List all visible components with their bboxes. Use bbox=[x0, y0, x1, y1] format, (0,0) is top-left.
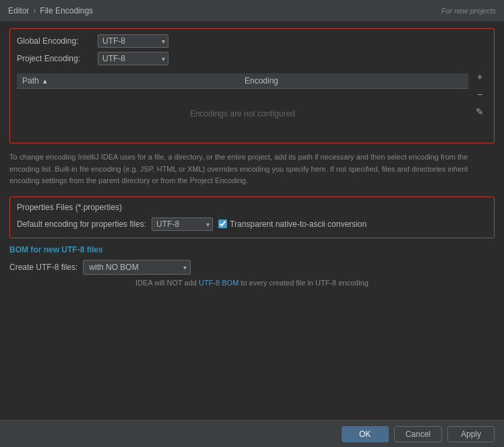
transparent-conversion-label[interactable]: Transparent native-to-ascii conversion bbox=[218, 219, 367, 229]
table-header: Path ▲ Encoding bbox=[17, 73, 468, 89]
bom-info-text: IDEA will NOT add UTF-8 BOM to every cre… bbox=[9, 279, 495, 287]
add-path-button[interactable]: + bbox=[472, 69, 487, 84]
global-encoding-row: Global Encoding: UTF-8 UTF-16 ISO-8859-1… bbox=[17, 34, 487, 48]
page-title: File Encodings bbox=[40, 6, 93, 15]
footer: OK Cancel Apply bbox=[0, 420, 504, 447]
props-encoding-select[interactable]: UTF-8 UTF-16 ISO-8859-1 US-ASCII bbox=[152, 217, 213, 231]
main-content: Global Encoding: UTF-8 UTF-16 ISO-8859-1… bbox=[0, 22, 504, 420]
cancel-button[interactable]: Cancel bbox=[394, 426, 442, 442]
editor-breadcrumb: Editor bbox=[8, 6, 29, 15]
bom-title: BOM for new UTF-8 files bbox=[9, 245, 495, 254]
bom-link[interactable]: UTF-8 BOM bbox=[199, 279, 239, 287]
properties-row: Default encoding for properties files: U… bbox=[17, 217, 487, 231]
transparent-conversion-text: Transparent native-to-ascii conversion bbox=[230, 219, 367, 229]
bom-row: Create UTF-8 files: with NO BOM with BOM bbox=[9, 260, 495, 275]
global-encoding-select-wrapper[interactable]: UTF-8 UTF-16 ISO-8859-1 US-ASCII windows… bbox=[98, 34, 168, 48]
project-encoding-select-wrapper[interactable]: UTF-8 UTF-16 ISO-8859-1 US-ASCII windows… bbox=[98, 52, 168, 65]
create-utf8-select-wrapper[interactable]: with NO BOM with BOM bbox=[83, 260, 191, 275]
create-utf8-select[interactable]: with NO BOM with BOM bbox=[83, 260, 191, 275]
transparent-conversion-checkbox[interactable] bbox=[218, 219, 227, 228]
properties-section-title: Properties Files (*.properties) bbox=[17, 203, 487, 212]
path-encoding-table-area: Path ▲ Encoding Encodings are not config… bbox=[17, 69, 487, 139]
col-encoding-header: Encoding bbox=[239, 76, 468, 85]
project-encoding-row: Project Encoding: UTF-8 UTF-16 ISO-8859-… bbox=[17, 52, 487, 65]
bom-section: BOM for new UTF-8 files Create UTF-8 fil… bbox=[9, 245, 495, 287]
bom-info-suffix: to every created file in UTF-8 encoding bbox=[239, 279, 369, 287]
remove-path-button[interactable]: − bbox=[472, 87, 487, 102]
sort-arrow-icon: ▲ bbox=[42, 77, 49, 85]
project-encoding-select[interactable]: UTF-8 UTF-16 ISO-8859-1 US-ASCII windows… bbox=[98, 52, 168, 65]
table-body: Encodings are not configured bbox=[17, 89, 468, 139]
table-toolbar: + − ✎ bbox=[472, 69, 487, 139]
encoding-section: Global Encoding: UTF-8 UTF-16 ISO-8859-1… bbox=[9, 28, 495, 143]
global-encoding-select[interactable]: UTF-8 UTF-16 ISO-8859-1 US-ASCII windows… bbox=[98, 34, 168, 48]
empty-message: Encodings are not configured bbox=[17, 89, 468, 139]
global-encoding-label: Global Encoding: bbox=[17, 36, 98, 46]
bom-info-prefix: IDEA will NOT add bbox=[135, 279, 199, 287]
breadcrumb-separator: › bbox=[33, 6, 36, 15]
info-text: To change encoding IntelliJ IDEA uses fo… bbox=[9, 151, 495, 187]
col-path-header[interactable]: Path ▲ bbox=[17, 76, 239, 85]
properties-section: Properties Files (*.properties) Default … bbox=[9, 197, 495, 238]
settings-header: Editor › File Encodings For new projects bbox=[0, 0, 504, 22]
props-encoding-select-wrapper[interactable]: UTF-8 UTF-16 ISO-8859-1 US-ASCII bbox=[152, 217, 213, 231]
apply-button[interactable]: Apply bbox=[447, 426, 495, 442]
default-encoding-label: Default encoding for properties files: bbox=[17, 219, 146, 229]
edit-path-button[interactable]: ✎ bbox=[472, 104, 487, 119]
project-encoding-label: Project Encoding: bbox=[17, 54, 98, 63]
ok-button[interactable]: OK bbox=[342, 426, 389, 442]
path-label: Path bbox=[22, 76, 39, 85]
create-utf8-label: Create UTF-8 files: bbox=[9, 263, 77, 272]
header-info: For new projects bbox=[441, 7, 496, 15]
